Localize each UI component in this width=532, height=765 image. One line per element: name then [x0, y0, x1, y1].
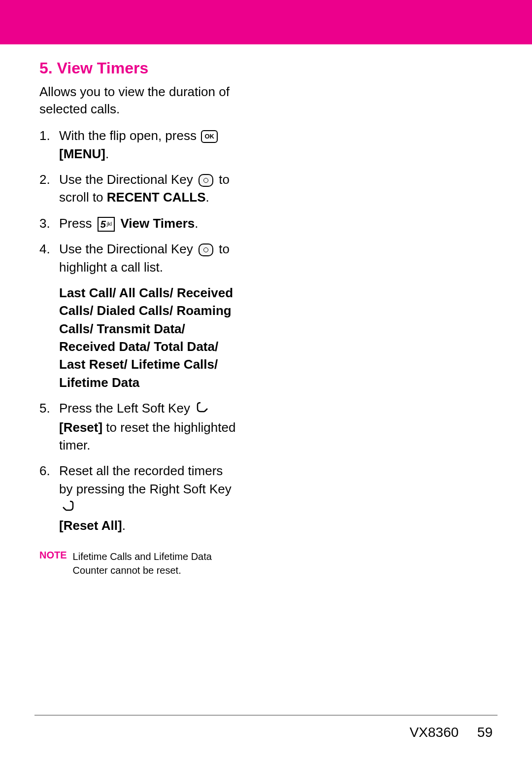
page-number: 59 — [477, 725, 493, 740]
key-5-icon: 5jkl — [98, 217, 115, 232]
directional-key-icon — [199, 243, 213, 256]
footer-divider — [34, 715, 498, 716]
right-soft-key-icon — [61, 499, 75, 517]
step-1: With the flip open, press OK [MENU]. — [39, 127, 236, 163]
step-bold: [Reset All] — [59, 518, 122, 533]
step-suffix: . — [105, 146, 109, 161]
step-text: Use the Directional Key — [59, 172, 193, 187]
step-2: Use the Directional Key to scroll to REC… — [39, 171, 236, 207]
step-bold: [Reset] — [59, 420, 102, 435]
step-6: Reset all the recorded timers by pressin… — [39, 462, 236, 534]
note-text: Lifetime Calls and Lifetime Data Counter… — [73, 550, 236, 577]
call-list-options: Last Call/ All Calls/ Received Calls/ Di… — [39, 284, 236, 391]
step-suffix: . — [206, 190, 209, 205]
directional-key-icon — [199, 174, 213, 187]
step-text: Use the Directional Key — [59, 242, 193, 256]
step-bold: View Timers — [120, 216, 195, 231]
section-intro: Allows you to view the duration of selec… — [39, 83, 236, 118]
section-heading: 5. View Timers — [39, 59, 236, 77]
step-text: With the flip open, press — [59, 128, 197, 143]
model-name: VX8360 — [409, 725, 459, 740]
page-content: 5. View Timers Allows you to view the du… — [0, 44, 276, 577]
note-block: NOTE Lifetime Calls and Lifetime Data Co… — [39, 550, 236, 577]
ok-icon: OK — [201, 130, 218, 143]
step-bold: [MENU] — [59, 146, 105, 161]
steps-list: With the flip open, press OK [MENU]. Use… — [39, 127, 236, 276]
step-5: Press the Left Soft Key [Reset] to reset… — [39, 399, 236, 454]
header-bar — [0, 0, 532, 44]
step-suffix: . — [122, 518, 126, 533]
step-bold: RECENT CALLS — [107, 190, 206, 205]
page-footer: VX8360 59 — [409, 725, 493, 740]
note-label: NOTE — [39, 550, 67, 577]
step-4: Use the Directional Key to highlight a c… — [39, 240, 236, 276]
step-suffix: . — [195, 216, 198, 231]
step-3: Press 5jkl View Timers. — [39, 214, 236, 232]
steps-list-2: Press the Left Soft Key [Reset] to reset… — [39, 399, 236, 535]
left-soft-key-icon — [196, 400, 209, 418]
step-text: Press the Left Soft Key — [59, 401, 190, 416]
step-text: Press — [59, 216, 92, 231]
step-text: Reset all the recorded timers by pressin… — [59, 463, 232, 496]
